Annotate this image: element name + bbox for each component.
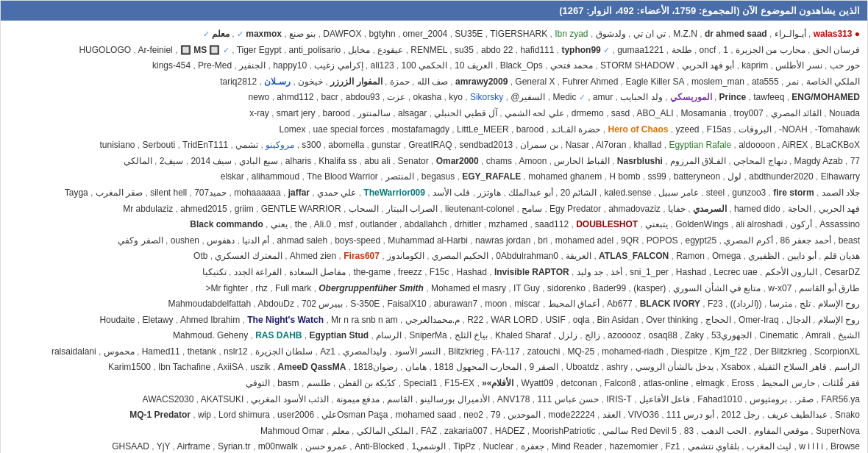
member-saif-2014[interactable]: سيف 2014: [191, 156, 232, 166]
member-alflaq-almrzom[interactable]: الفـلاق المرزوم: [670, 156, 726, 166]
member-greateriraq[interactable]: GreatIRAQ: [408, 140, 452, 150]
member-saqr2[interactable]: صقر.: [794, 394, 814, 404]
member-hero-of-chaos[interactable]: Hero of Chaos: [608, 124, 668, 135]
member-khallad[interactable]: khallad: [633, 140, 661, 150]
member-tawfeeq[interactable]: tawfeeq: [753, 92, 784, 102]
member-drmemo[interactable]: drmemo: [572, 108, 604, 118]
member-anv178[interactable]: ANV178: [497, 394, 530, 404]
member-fuhrer-ahmed[interactable]: Fuhrer Ahmed: [562, 76, 618, 87]
member-mosamania[interactable]: Mosamania: [681, 108, 727, 118]
member-user2006[interactable]: user2006: [277, 410, 314, 420]
member-steel[interactable]: steel: [706, 188, 725, 198]
member-x-ray[interactable]: x-ray: [249, 108, 269, 118]
member-lecrec-uae[interactable]: Lecrec uae: [714, 267, 757, 277]
member-tiger-egypt[interactable]: Tiger Egypt: [237, 45, 282, 55]
member-sif2[interactable]: سيف2: [160, 156, 184, 166]
member-omar2000[interactable]: Omar2000: [436, 156, 479, 166]
member-al7oran[interactable]: Al7oran: [596, 140, 626, 150]
member-tiflah[interactable]: طلحة: [672, 45, 692, 55]
member-alkhabat[interactable]: القباط الحارس: [554, 156, 609, 166]
member-popos[interactable]: POPOS: [647, 235, 678, 246]
member-muallem-l[interactable]: معلم: [332, 426, 349, 436]
member-danhaj[interactable]: دنهاج المحاجي: [733, 156, 786, 166]
member-elskar[interactable]: elskar: [221, 171, 244, 182]
member-mahmoud-geheny[interactable]: Mahmoud. Geheny: [173, 330, 248, 340]
member-1[interactable]: 1: [723, 45, 728, 55]
member-fahad1010[interactable]: Fahad1010: [697, 394, 742, 404]
member-mdfaa-maymoona[interactable]: مدفع ميمونة: [336, 394, 380, 404]
member-barood2[interactable]: barood: [516, 124, 544, 135]
member-abomella[interactable]: abomella: [328, 140, 364, 150]
member-mhmd-ghanem[interactable]: mohamed ghanem: [528, 171, 602, 182]
member-tippz[interactable]: TipPz: [453, 441, 475, 452]
member-r22[interactable]: R22: [467, 315, 483, 325]
member-alhb-dhb[interactable]: الحب الذهب: [701, 426, 746, 436]
member-mhmd-riadh[interactable]: mohamed-riadh: [602, 346, 664, 357]
member-the[interactable]: the: [295, 219, 307, 229]
member-aljhwr53[interactable]: الجهوري53: [711, 330, 752, 340]
member-hdrh-alqaed[interactable]: حضرة القـائـد: [551, 124, 600, 135]
member-egy-rafale[interactable]: EGY_RAFALE: [462, 171, 521, 182]
member-eng-mohamed[interactable]: ENG/MOHAMED: [791, 92, 860, 102]
member-aloushmi1[interactable]: الوشمي1: [411, 441, 446, 452]
member-ras-dahb[interactable]: RAS DAHB: [255, 330, 302, 340]
member-su35[interactable]: su35: [455, 45, 474, 55]
member-m00nwalk[interactable]: m00nwalk: [258, 441, 298, 452]
member-bin-osaidan[interactable]: Bin Asidan: [597, 315, 638, 325]
member-mr-rna[interactable]: Mr n ra snb n am: [331, 315, 398, 325]
member-noah[interactable]: NOAH: [782, 124, 808, 135]
member-kjm22[interactable]: Kjm_f22: [715, 346, 747, 357]
member-snako[interactable]: Snako: [835, 410, 860, 420]
member-abo-ali[interactable]: ABO_ALI: [636, 108, 673, 118]
member-houdaite[interactable]: Houdaite: [99, 315, 135, 325]
member-alsafir[interactable]: السفير@: [511, 92, 545, 102]
member-moon[interactable]: moon: [485, 299, 507, 309]
member-osman-pasha[interactable]: Osman Paşa: [337, 410, 388, 420]
member-happy10[interactable]: happy10: [273, 60, 307, 71]
member-axiilsa[interactable]: AxiiSA: [218, 362, 243, 372]
member-bacr[interactable]: bacr: [321, 92, 338, 102]
member-rslan[interactable]: رسـلان: [264, 76, 291, 87]
member-thetank[interactable]: thetank: [188, 346, 216, 357]
member-gentle-warrior[interactable]: GENTLE WARRIOR: [261, 204, 341, 214]
member-abu-drs-111[interactable]: أبو درس 111: [666, 410, 714, 420]
member-doubleshot[interactable]: DOUBLESHOT: [576, 219, 638, 229]
member-sendbad2013[interactable]: sendbad2013: [460, 140, 513, 150]
member-omega[interactable]: Omega: [712, 251, 741, 261]
member-ahmadovaziz[interactable]: ahmadovaziz: [608, 204, 661, 214]
member-alktaeb-alcaskry[interactable]: المعترك العسكري: [215, 251, 282, 261]
member-khalifa-ss[interactable]: Khalifa ss: [319, 156, 357, 166]
member-abdo22[interactable]: abdo 22: [481, 45, 513, 55]
member-alsheikh[interactable]: الشيخ: [838, 330, 860, 340]
member-sasd[interactable]: sasd: [611, 108, 630, 118]
member-roh-alsalm[interactable]: روح الإسلام: [818, 315, 860, 325]
member-nasar[interactable]: Nasar: [566, 140, 589, 150]
member-bgtyhn[interactable]: bgtyhn: [369, 29, 396, 39]
member-atlas-falcon[interactable]: ATLAS_FALCON: [599, 251, 669, 261]
member-rduwan-1818[interactable]: رضوان1818: [353, 362, 398, 372]
member-alhakmi-100[interactable]: الحكمي 100: [402, 60, 447, 71]
member-airex[interactable]: AiREX: [782, 140, 808, 150]
member-serbouti[interactable]: Serbouti: [143, 140, 176, 150]
member-jafra[interactable]: جعفرة: [521, 441, 544, 452]
member-invisible-raptor[interactable]: Invisible RAPTOR: [494, 267, 569, 277]
member-miscar[interactable]: miscar: [514, 299, 540, 309]
member-ayualarae[interactable]: أيـوالـراء: [775, 29, 806, 39]
member-sameh[interactable]: سامح: [522, 204, 542, 214]
member-kaled-sense[interactable]: kaled.sense: [604, 188, 651, 198]
member-alwaled-almisry[interactable]: وليدالمصري: [343, 346, 387, 357]
member-ali-alroshadi[interactable]: ali alroshadi: [736, 219, 783, 229]
member-taktikia[interactable]: تكتيكيا: [202, 267, 227, 277]
member-assassino[interactable]: Assassino: [819, 219, 860, 229]
member-mzn[interactable]: M.Z.N: [673, 29, 697, 39]
member-ibn-tachafine[interactable]: Ibn Tachafine: [158, 362, 210, 372]
member-awacs2030[interactable]: AWACS2030: [143, 394, 194, 404]
member-alkmandwz[interactable]: الكوماندوز: [387, 251, 424, 261]
member-cesarDz[interactable]: CesarDZ: [825, 267, 860, 277]
member-silent-hell[interactable]: silent hell: [150, 188, 187, 198]
member-az1[interactable]: Az1: [320, 346, 335, 357]
member-moharib[interactable]: محارب من الجزيرة: [736, 45, 805, 55]
member-yaanee[interactable]: يعني: [271, 219, 288, 229]
member-abu-dayyen[interactable]: أبو دايين: [787, 251, 816, 261]
member-troy007[interactable]: troy007: [734, 108, 764, 118]
